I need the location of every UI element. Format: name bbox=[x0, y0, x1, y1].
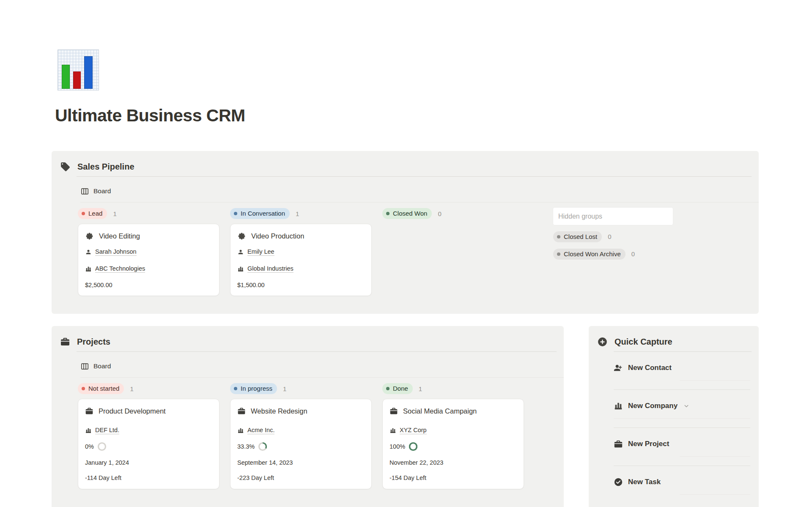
progress-ring bbox=[409, 442, 418, 451]
group-count: 1 bbox=[296, 210, 299, 217]
status-dot bbox=[557, 252, 560, 256]
board-view-tab[interactable]: Board bbox=[80, 186, 759, 196]
status-dot bbox=[82, 212, 85, 215]
group-pill-in-conversation[interactable]: In Conversation bbox=[230, 208, 290, 219]
status-dot bbox=[82, 387, 85, 390]
quick-capture-panel: Quick Capture New Contact New Company Ne… bbox=[589, 326, 759, 507]
divider bbox=[614, 389, 750, 390]
divider bbox=[680, 456, 750, 457]
divider bbox=[614, 351, 752, 352]
briefcase-icon bbox=[237, 407, 246, 415]
progress-ring bbox=[258, 442, 267, 451]
briefcase-icon bbox=[85, 407, 93, 415]
group-pill-in-progress[interactable]: In progress bbox=[230, 383, 277, 394]
divider bbox=[614, 418, 750, 419]
progress-percent: 33.3% bbox=[237, 443, 255, 450]
sales-pipeline-panel: Sales Pipeline Board Lead 1 Video Editin… bbox=[52, 151, 759, 314]
rosette-icon bbox=[237, 232, 246, 241]
section-title: Sales Pipeline bbox=[77, 162, 134, 172]
company-link[interactable]: Global Industries bbox=[247, 265, 294, 273]
divider bbox=[680, 380, 750, 381]
days-left: -114 Day Left bbox=[85, 474, 212, 481]
hidden-groups-box[interactable]: Hidden groups bbox=[553, 208, 673, 225]
project-card-product-development[interactable]: Product Development DEF Ltd. 0% January … bbox=[78, 399, 219, 489]
days-left: -154 Day Left bbox=[390, 474, 517, 481]
column-done: Done 1 Social Media Campaign XYZ Corp 10… bbox=[382, 383, 524, 489]
status-dot bbox=[386, 212, 390, 215]
group-count: 0 bbox=[438, 210, 441, 217]
deal-amount: $1,500.00 bbox=[237, 282, 365, 288]
rosette-icon bbox=[85, 232, 94, 241]
section-title: Quick Capture bbox=[614, 337, 672, 347]
new-task-button[interactable]: New Task bbox=[614, 476, 759, 488]
divider bbox=[77, 351, 557, 352]
project-card-website-redesign[interactable]: Website Redesign Acme Inc. 33.3% Septemb… bbox=[230, 399, 372, 489]
check-circle-icon bbox=[614, 477, 623, 487]
sales-card-video-editing[interactable]: Video Editing Sarah Johnson ABC Technolo… bbox=[78, 224, 219, 296]
contact-link[interactable]: Emily Lee bbox=[247, 248, 274, 256]
company-icon bbox=[390, 427, 396, 434]
group-count: 0 bbox=[608, 233, 611, 240]
company-icon bbox=[237, 427, 244, 434]
person-icon bbox=[237, 249, 244, 255]
page-title: Ultimate Business CRM bbox=[55, 106, 245, 126]
projects-panel: Projects Board Not started 1 Product Dev… bbox=[52, 326, 564, 507]
board-view-tab[interactable]: Board bbox=[80, 361, 564, 371]
section-title: Projects bbox=[77, 337, 110, 347]
project-card-social-media-campaign[interactable]: Social Media Campaign XYZ Corp 100% Nove… bbox=[382, 399, 524, 489]
view-label: Board bbox=[93, 187, 111, 195]
board-icon bbox=[80, 187, 89, 196]
company-link[interactable]: DEF Ltd. bbox=[95, 427, 119, 434]
company-link[interactable]: XYZ Corp bbox=[400, 427, 427, 434]
person-icon bbox=[85, 249, 92, 255]
column-closed-won: Closed Won 0 bbox=[382, 208, 524, 296]
company-icon bbox=[614, 401, 623, 411]
bar-chart-blue-bar bbox=[84, 56, 93, 89]
new-contact-button[interactable]: New Contact bbox=[614, 362, 759, 374]
divider bbox=[80, 377, 564, 378]
sales-pipeline-header: Sales Pipeline bbox=[52, 151, 759, 173]
days-left: -223 Day Left bbox=[237, 474, 365, 481]
company-link[interactable]: Acme Inc. bbox=[247, 427, 274, 434]
project-date: September 14, 2023 bbox=[237, 458, 365, 467]
card-title: Website Redesign bbox=[251, 407, 307, 415]
group-count: 1 bbox=[113, 210, 116, 217]
progress-ring bbox=[97, 442, 107, 451]
group-pill-lead[interactable]: Lead bbox=[78, 208, 107, 219]
group-pill-closed-won-archive[interactable]: Closed Won Archive bbox=[553, 249, 625, 260]
group-count: 1 bbox=[419, 385, 422, 392]
divider bbox=[80, 202, 759, 203]
project-date: January 1, 2024 bbox=[85, 458, 212, 467]
card-title: Product Development bbox=[99, 407, 166, 415]
briefcase-icon bbox=[614, 439, 623, 449]
sales-card-video-production[interactable]: Video Production Emily Lee Global Indust… bbox=[230, 224, 372, 296]
card-title: Video Editing bbox=[99, 232, 140, 240]
group-pill-not-started[interactable]: Not started bbox=[78, 383, 124, 394]
bar-chart-green-bar bbox=[62, 65, 70, 89]
projects-board: Not started 1 Product Development DEF Lt… bbox=[78, 383, 564, 489]
progress-percent: 100% bbox=[390, 443, 405, 450]
group-pill-closed-lost[interactable]: Closed Lost bbox=[553, 231, 602, 242]
company-icon bbox=[85, 427, 92, 434]
column-in-progress: In progress 1 Website Redesign Acme Inc.… bbox=[230, 383, 372, 489]
group-pill-closed-won[interactable]: Closed Won bbox=[382, 208, 432, 219]
group-pill-done[interactable]: Done bbox=[382, 383, 413, 394]
company-link[interactable]: ABC Technologies bbox=[95, 265, 145, 273]
group-count: 0 bbox=[631, 250, 635, 258]
card-title: Video Production bbox=[251, 232, 304, 240]
new-project-button[interactable]: New Project bbox=[614, 438, 759, 450]
deal-amount: $2,500.00 bbox=[85, 282, 212, 288]
column-not-started: Not started 1 Product Development DEF Lt… bbox=[78, 383, 219, 489]
bar-chart-red-bar bbox=[73, 71, 81, 89]
company-icon bbox=[237, 266, 244, 272]
column-in-conversation: In Conversation 1 Video Production Emily… bbox=[230, 208, 372, 296]
projects-header: Projects bbox=[52, 326, 564, 348]
page-icon-bar-chart[interactable] bbox=[58, 49, 99, 90]
chevron-down-icon[interactable] bbox=[683, 402, 690, 410]
divider bbox=[614, 466, 750, 466]
tag-icon bbox=[60, 162, 71, 172]
group-count: 1 bbox=[130, 385, 133, 392]
contact-link[interactable]: Sarah Johnson bbox=[95, 248, 137, 256]
new-company-button[interactable]: New Company bbox=[614, 400, 759, 412]
plus-circle-icon bbox=[597, 337, 608, 347]
